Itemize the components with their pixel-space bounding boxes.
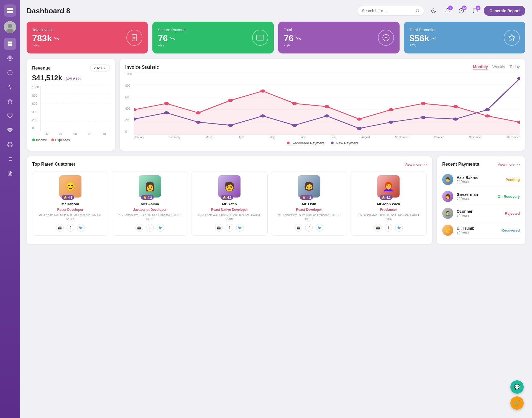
sidebar-item-doc[interactable] (4, 167, 16, 179)
svg-rect-9 (8, 44, 10, 46)
messages-btn[interactable]: 5 (470, 6, 480, 16)
svg-point-54 (357, 117, 362, 120)
rating-badge-2: ⭐ 4.2 (221, 195, 233, 200)
customer-address-0: 795 Folsom Ave, Suite 600 San Francisco,… (35, 213, 105, 221)
rating-badge-3: ⭐ 4.2 (300, 195, 313, 200)
customers-title: Top Rated Customer (32, 162, 75, 167)
facebook-icon-0[interactable]: f (66, 224, 74, 232)
sidebar-item-favorites[interactable] (4, 95, 16, 107)
payments-view-more[interactable]: View more >> (498, 162, 520, 166)
customer-name-4: Mr.John Wick (377, 202, 400, 206)
stat-icon-total (378, 30, 394, 46)
instagram-icon-0[interactable]: 📸 (56, 224, 64, 232)
svg-point-5 (8, 24, 12, 28)
sidebar-item-analytics[interactable] (4, 81, 16, 93)
svg-rect-2 (7, 11, 10, 13)
svg-marker-39 (508, 34, 515, 40)
theme-toggle-btn[interactable] (428, 6, 439, 16)
twitter-icon-4[interactable]: 🐦 (395, 224, 403, 232)
svg-point-50 (228, 99, 233, 102)
customer-card-4: 👩‍🦰 ⭐ 4.2 Mr.John Wick Freelancer 795 Fo… (351, 171, 427, 236)
customer-name-2: Mr. Yatin (222, 202, 237, 206)
svg-point-72 (517, 77, 520, 80)
sidebar-item-info[interactable] (4, 66, 16, 79)
chart-legend: Income Expenses (32, 138, 110, 142)
sidebar-item-dashboard[interactable] (4, 38, 16, 50)
sidebar-item-settings[interactable] (4, 52, 16, 64)
customer-socials-3: 📸 f 🐦 (295, 224, 323, 232)
customer-avatar-2: 🧑 ⭐ 4.2 (218, 175, 241, 198)
twitter-icon-1[interactable]: 🐦 (157, 224, 164, 232)
facebook-icon-1[interactable]: f (146, 224, 154, 232)
alerts-btn[interactable]: 12 (456, 6, 467, 16)
svg-point-6 (6, 29, 14, 33)
customer-name-1: Mrs.Asima (141, 202, 159, 206)
svg-point-70 (453, 117, 458, 120)
customer-socials-4: 📸 f 🐦 (374, 224, 403, 232)
svg-marker-46 (134, 91, 520, 135)
payment-status-1: On Recovery (498, 194, 520, 199)
trend-down-icon (54, 36, 59, 41)
line-chart: 1000 800 600 400 200 0 (125, 72, 520, 139)
search-input[interactable] (362, 9, 413, 13)
customer-avatar-4: 👩‍🦰 ⭐ 4.2 (377, 175, 400, 198)
stat-label-payment: Secure Payment (158, 28, 187, 32)
tab-today[interactable]: Today (510, 65, 520, 70)
customer-card-0: 😊 ⭐ 4.2 Mr.Hariom React Developer 795 Fo… (32, 171, 108, 236)
svg-rect-10 (10, 44, 12, 46)
trend-up-icon (431, 36, 436, 41)
payment-status-0: Pending (506, 178, 520, 182)
tab-monthly[interactable]: Monthly (473, 65, 488, 70)
sidebar-item-heart[interactable] (4, 110, 16, 122)
trend-down-icon2 (170, 36, 175, 41)
sidebar-logo[interactable] (4, 4, 16, 17)
stat-value-promotion: $56k (410, 33, 429, 43)
payment-item-2: 👨‍🦱 Oconner 24 Years Rejected (442, 205, 520, 222)
chevron-down-icon (103, 66, 106, 70)
payment-age-1: 24 Years (457, 197, 494, 201)
payment-name-3: Uli Trumb (457, 226, 498, 230)
sidebar-item-list[interactable] (4, 153, 16, 165)
revenue-compare: $25,612k (66, 77, 82, 81)
svg-point-53 (325, 105, 329, 108)
twitter-icon-2[interactable]: 🐦 (236, 224, 244, 232)
twitter-icon-0[interactable]: 🐦 (77, 224, 85, 232)
year-select[interactable]: 2023 (90, 65, 110, 71)
instagram-icon-3[interactable]: 📸 (295, 224, 302, 232)
instagram-icon-2[interactable]: 📸 (215, 224, 223, 232)
sidebar-item-print[interactable] (4, 139, 16, 151)
invoice-title: Invoice Statistic (125, 65, 159, 70)
customer-socials-2: 📸 f 🐦 (215, 224, 244, 232)
fab-support[interactable]: 💬 (510, 380, 524, 394)
bar-chart: 1000 800 600 400 200 0 (32, 86, 110, 135)
instagram-icon-4[interactable]: 📸 (374, 224, 382, 232)
twitter-icon-3[interactable]: 🐦 (316, 224, 323, 232)
rating-badge-0: ⭐ 4.2 (62, 195, 74, 200)
sidebar-item-heart2[interactable] (4, 124, 16, 136)
search-icon (416, 9, 420, 13)
stat-card-invoice: Total invoice 783k +4% (27, 22, 148, 53)
svg-point-62 (196, 120, 201, 124)
generate-report-button[interactable]: Generate Report (484, 6, 525, 16)
stat-trend-invoice: +4% (32, 43, 59, 47)
search-bar[interactable] (357, 6, 424, 15)
tab-weekly[interactable]: Weekly (492, 65, 505, 70)
facebook-icon-2[interactable]: f (226, 224, 233, 232)
payments-card: Recent Payments View more >> 👨 Aziz Bakr… (437, 156, 525, 244)
payment-avatar-2: 👨‍🦱 (442, 208, 453, 219)
customers-view-more[interactable]: View more >> (405, 162, 427, 166)
stat-trend-promotion: +4% (410, 43, 436, 47)
expenses-legend-dot (51, 139, 54, 141)
svg-point-58 (485, 114, 490, 117)
fab-cart[interactable]: 🛒 (510, 396, 524, 410)
instagram-icon-1[interactable]: 📸 (135, 224, 143, 232)
facebook-icon-3[interactable]: f (305, 224, 313, 232)
user-avatar[interactable] (4, 21, 16, 33)
facebook-icon-4[interactable]: f (385, 224, 392, 232)
payment-item-3: 👴 Uli Trumb 24 Years Recovered (442, 222, 520, 239)
invoice-tabs: Monthly Weekly Today (473, 65, 520, 70)
notifications-btn[interactable]: 2 (442, 6, 453, 16)
payment-age-2: 24 Years (457, 214, 502, 217)
svg-point-63 (228, 124, 233, 127)
svg-point-55 (389, 108, 393, 111)
